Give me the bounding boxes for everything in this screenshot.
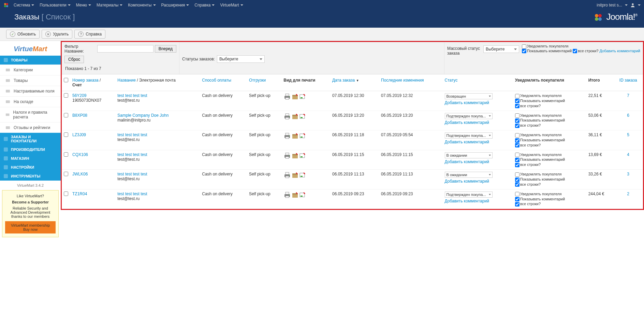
row-notify-checkbox[interactable]: Уведомлять покупателя (515, 152, 584, 157)
row-all-checkbox[interactable]: все строки? (515, 201, 584, 207)
order-number-link[interactable]: TZ1R04 (72, 192, 87, 196)
row-comment-checkbox[interactable]: Показывать комментарий (515, 98, 584, 103)
row-status-select[interactable]: Подтвержден покупа... (445, 113, 493, 119)
row-all-checkbox[interactable]: все строки? (515, 143, 584, 148)
delete-button[interactable]: ✕Удалить (42, 30, 72, 39)
col-order-number[interactable]: Номер заказа / Счет (70, 74, 115, 91)
customer-name-link[interactable]: test test test test (117, 172, 147, 176)
row-comment-checkbox[interactable]: Показывать комментарий (515, 157, 584, 162)
customer-name-link[interactable]: Sample Company Doe John (117, 113, 169, 118)
row-checkbox[interactable] (64, 172, 68, 176)
filter-name-input[interactable] (97, 45, 153, 53)
col-modified[interactable]: Последние изменения (379, 74, 442, 91)
col-date[interactable]: Дата заказа ▼ (330, 74, 379, 91)
row-all-checkbox[interactable]: все строки? (515, 123, 584, 128)
printer-icon[interactable] (283, 113, 291, 120)
row-notify-checkbox[interactable]: Уведомлять покупателя (515, 93, 584, 98)
order-number-link[interactable]: JWLK06 (72, 172, 88, 176)
package-icon[interactable] (292, 172, 298, 179)
bulk-all-checkbox[interactable]: все строки? (573, 49, 598, 53)
col-id[interactable]: ID заказа (613, 74, 643, 91)
add-comment-link[interactable]: Добавить комментарий (445, 120, 489, 125)
sidebar-section-head[interactable]: ПРОИЗВОДИТЕЛИ (0, 145, 61, 154)
order-id-link[interactable]: 5 (627, 132, 629, 137)
printer-icon[interactable] (283, 192, 291, 198)
row-comment-checkbox[interactable]: Показывать комментарий (515, 118, 584, 123)
printer-icon[interactable] (283, 172, 291, 179)
row-checkbox[interactable] (64, 93, 68, 98)
row-notify-checkbox[interactable]: Уведомлять покупателя (515, 132, 584, 138)
order-id-link[interactable]: 4 (627, 152, 629, 157)
add-comment-link[interactable]: Добавить комментарий (445, 140, 489, 144)
add-comment-link[interactable]: Добавить комментарий (445, 100, 489, 105)
sidebar-section-head[interactable]: ИНСТРУМЕНТЫ (0, 172, 61, 181)
row-checkbox[interactable] (64, 152, 68, 157)
nav-item[interactable]: Компоненты (125, 3, 158, 8)
nav-item[interactable]: Материалы (94, 3, 125, 8)
order-id-link[interactable]: 3 (627, 172, 629, 176)
customer-name-link[interactable]: test test test test (117, 152, 147, 157)
add-comment-link[interactable]: Добавить комментарий (445, 159, 489, 164)
reset-button[interactable]: Сброс (64, 56, 84, 63)
nav-item[interactable]: Расширения (159, 3, 192, 8)
sidebar-section-head[interactable]: НАСТРОЙКИ (0, 163, 61, 172)
package-icon[interactable] (292, 93, 298, 100)
delivery-icon[interactable] (299, 192, 306, 198)
package-icon[interactable] (292, 152, 298, 159)
add-comment-link[interactable]: Добавить комментарий (445, 179, 489, 184)
row-notify-checkbox[interactable]: Уведомлять покупателя (515, 113, 584, 118)
row-status-select[interactable]: Подтвержден покупа... (445, 132, 493, 139)
sidebar-section-head[interactable]: МАГАЗИН (0, 154, 61, 163)
add-comment-link[interactable]: Добавить комментарий (445, 199, 489, 203)
package-icon[interactable] (292, 113, 298, 120)
nav-item[interactable]: Меню (73, 3, 94, 8)
row-status-select[interactable]: Подтвержден покупа... (445, 192, 493, 198)
col-shipping[interactable]: Отгрузки (247, 74, 281, 91)
order-id-link[interactable]: 2 (627, 192, 629, 196)
nav-item[interactable]: VirtueMart (217, 3, 246, 8)
sidebar-item[interactable]: На складе (0, 96, 61, 107)
row-checkbox[interactable] (64, 192, 68, 196)
user-menu[interactable]: initpro test s... (597, 3, 641, 8)
row-checkbox[interactable] (64, 132, 68, 137)
package-icon[interactable] (292, 132, 298, 139)
delivery-icon[interactable] (299, 113, 306, 120)
nav-item[interactable]: Справка (192, 3, 217, 8)
delivery-icon[interactable] (299, 132, 306, 139)
order-number-link[interactable]: CQX106 (72, 152, 88, 157)
nav-item[interactable]: Система (11, 3, 37, 8)
row-notify-checkbox[interactable]: Уведомлять покупателя (515, 192, 584, 197)
row-status-select[interactable]: В ожидании (445, 172, 493, 178)
sidebar-item[interactable]: Настраиваемые поля (0, 86, 61, 96)
printer-icon[interactable] (283, 132, 291, 139)
package-icon[interactable] (292, 192, 298, 198)
row-notify-checkbox[interactable]: Уведомлять покупателя (515, 172, 584, 177)
sidebar-section-head[interactable]: ЗАКАЗЫ И ПОКУПАТЕЛИ (0, 133, 61, 145)
col-payment[interactable]: Способ оплаты (200, 74, 247, 91)
customer-name-link[interactable]: test test test test (117, 132, 147, 137)
go-button[interactable]: Вперед (155, 45, 176, 53)
order-number-link[interactable]: 56Y209 (72, 93, 86, 98)
bulk-add-comment-link[interactable]: Добавить комментарий (600, 49, 640, 53)
row-status-select[interactable]: Возвращен (445, 93, 493, 99)
order-id-link[interactable]: 7 (627, 93, 629, 98)
row-comment-checkbox[interactable]: Показывать комментарий (515, 197, 584, 202)
refresh-button[interactable]: ✓Обновить (6, 30, 40, 39)
row-all-checkbox[interactable]: все строки? (515, 162, 584, 167)
row-comment-checkbox[interactable]: Показывать комментарий (515, 138, 584, 143)
order-number-link[interactable]: B8XP08 (72, 113, 87, 118)
delivery-icon[interactable] (299, 93, 306, 100)
customer-name-link[interactable]: test test test test (117, 192, 147, 196)
order-number-link[interactable]: LZ3J09 (72, 132, 86, 137)
row-comment-checkbox[interactable]: Показывать комментарий (515, 177, 584, 182)
customer-name-link[interactable]: test test test test (117, 93, 147, 98)
sidebar-item[interactable]: Налоги и правила расчета (0, 107, 61, 122)
col-status[interactable]: Статус (443, 74, 513, 91)
row-checkbox[interactable] (64, 113, 68, 117)
row-all-checkbox[interactable]: все строки? (515, 182, 584, 187)
sidebar-item[interactable]: Товары (0, 75, 61, 86)
order-id-link[interactable]: 6 (627, 113, 629, 118)
order-status-select[interactable]: Выберите (217, 55, 265, 63)
nav-item[interactable]: Пользователи (37, 3, 73, 8)
delivery-icon[interactable] (299, 152, 306, 159)
